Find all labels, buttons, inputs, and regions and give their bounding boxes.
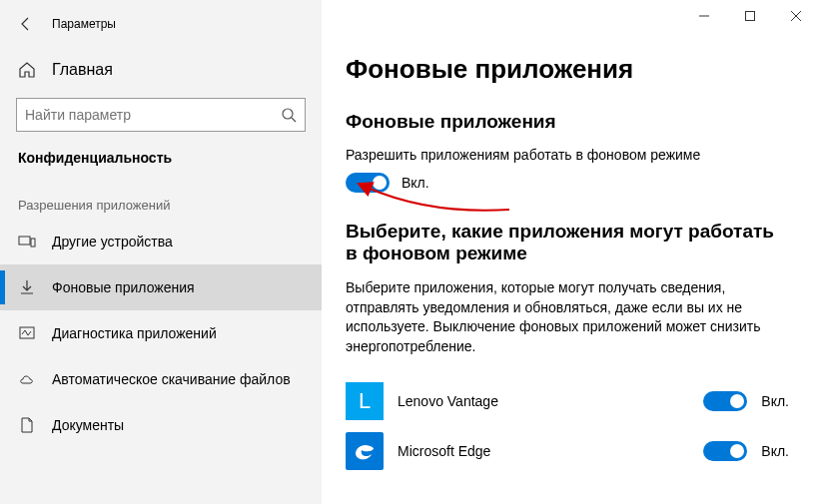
app-toggle-lenovo[interactable] — [703, 391, 747, 411]
sidebar-item-other-devices[interactable]: Другие устройства — [0, 219, 322, 264]
master-toggle[interactable] — [346, 173, 390, 193]
master-toggle-label: Вкл. — [402, 175, 429, 191]
sidebar: Параметры Главная Конфиденциальность Раз… — [0, 0, 322, 504]
search-box[interactable] — [16, 98, 306, 132]
search-icon — [281, 107, 297, 123]
sidebar-home[interactable]: Главная — [0, 48, 322, 92]
nav-label: Автоматическое скачивание файлов — [52, 371, 291, 387]
sidebar-item-auto-downloads[interactable]: Автоматическое скачивание файлов — [0, 356, 322, 402]
close-icon — [791, 11, 801, 21]
search-input[interactable] — [25, 107, 281, 123]
app-toggle-label: Вкл. — [761, 443, 789, 459]
window-title: Параметры — [52, 17, 116, 31]
back-button[interactable] — [6, 4, 46, 44]
home-icon — [18, 61, 36, 79]
svg-rect-1 — [19, 237, 30, 245]
allow-description: Разрешить приложениям работать в фоновом… — [346, 147, 789, 163]
master-toggle-row: Вкл. — [346, 173, 789, 193]
maximize-icon — [745, 11, 755, 21]
sidebar-section-label: Разрешения приложений — [0, 174, 322, 219]
lenovo-icon: L — [346, 382, 384, 420]
app-name: Microsoft Edge — [398, 443, 689, 459]
app-name: Lenovo Vantage — [398, 393, 689, 409]
edge-icon — [346, 432, 384, 470]
window-controls — [681, 0, 819, 32]
content-area: Фоновые приложения Фоновые приложения Ра… — [322, 0, 819, 504]
maximize-button[interactable] — [727, 0, 773, 32]
diagnostics-icon — [18, 324, 36, 342]
svg-point-0 — [283, 109, 293, 119]
sidebar-item-background-apps[interactable]: Фоновые приложения — [0, 264, 322, 310]
section-heading-1: Фоновые приложения — [346, 111, 789, 133]
cloud-icon — [18, 370, 36, 388]
app-toggle-label: Вкл. — [761, 393, 789, 409]
close-button[interactable] — [773, 0, 819, 32]
download-icon — [18, 278, 36, 296]
minimize-icon — [699, 11, 709, 21]
arrow-left-icon — [18, 16, 34, 32]
svg-rect-4 — [746, 12, 755, 21]
app-row-lenovo: L Lenovo Vantage Вкл. — [346, 376, 789, 426]
sidebar-home-label: Главная — [52, 61, 113, 79]
section-heading-2: Выберите, какие приложения могут работат… — [346, 221, 775, 264]
app-row-edge: Microsoft Edge Вкл. — [346, 426, 789, 476]
sidebar-group-title: Конфиденциальность — [0, 132, 322, 174]
nav-label: Диагностика приложений — [52, 325, 217, 341]
titlebar: Параметры — [0, 0, 322, 48]
svg-rect-2 — [31, 239, 35, 247]
devices-icon — [18, 233, 36, 251]
nav-label: Другие устройства — [52, 234, 173, 250]
app-toggle-edge[interactable] — [703, 441, 747, 461]
section-body: Выберите приложения, которые могут получ… — [346, 278, 765, 356]
minimize-button[interactable] — [681, 0, 727, 32]
nav-label: Фоновые приложения — [52, 279, 195, 295]
nav-label: Документы — [52, 417, 124, 433]
page-heading: Фоновые приложения — [346, 54, 789, 85]
sidebar-item-documents[interactable]: Документы — [0, 402, 322, 448]
document-icon — [18, 416, 36, 434]
sidebar-item-diagnostics[interactable]: Диагностика приложений — [0, 310, 322, 356]
